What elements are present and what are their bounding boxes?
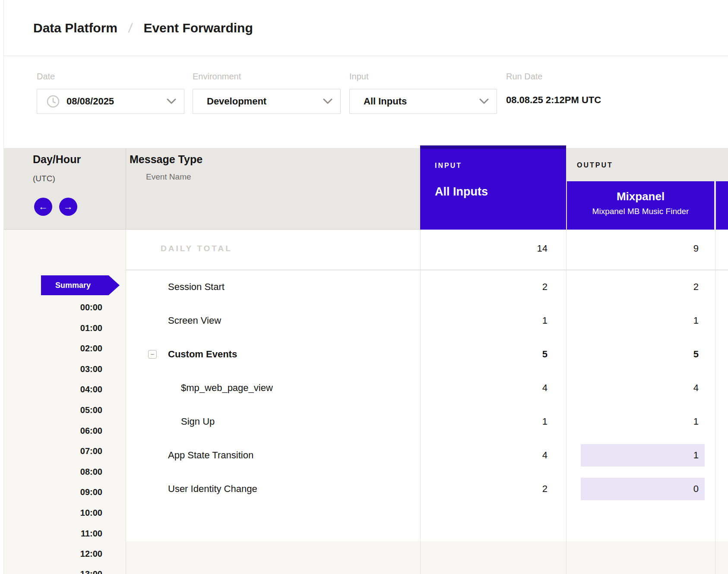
- input-count: 2: [421, 483, 548, 495]
- table-row: App State Transition 4 1: [126, 438, 728, 472]
- output-subtitle: Mixpanel MB Music Finder: [567, 207, 714, 216]
- input-header-accent: [420, 145, 566, 149]
- output-count: 5: [568, 349, 699, 360]
- output-count: 1: [568, 416, 699, 427]
- input-count: 1: [421, 315, 548, 326]
- grid-line: [566, 230, 567, 574]
- highlighted-output-cell: 1: [581, 444, 705, 467]
- chevron-down-icon: [167, 98, 176, 104]
- daily-total-label: DAILY TOTAL: [161, 244, 232, 253]
- table-row: Screen View 1 1: [126, 304, 728, 337]
- event-name: App State Transition: [168, 450, 253, 461]
- breadcrumb-separator: /: [128, 21, 133, 35]
- event-name: Sign Up: [181, 416, 215, 427]
- input-select[interactable]: All Inputs: [349, 89, 497, 114]
- hour-row[interactable]: 00:00: [3, 303, 102, 312]
- hour-row[interactable]: 02:00: [3, 344, 102, 353]
- hour-row[interactable]: 05:00: [3, 405, 102, 415]
- breadcrumb-section-link[interactable]: Data Platform: [33, 21, 117, 35]
- date-filter-label: Date: [37, 72, 55, 82]
- hour-row[interactable]: 11:00: [3, 529, 102, 539]
- hour-row[interactable]: 04:00: [3, 385, 102, 394]
- output-count: 2: [568, 281, 699, 293]
- input-value: All Inputs: [364, 96, 407, 107]
- column-divider: [126, 148, 126, 230]
- hour-row[interactable]: 12:00: [3, 549, 102, 559]
- table-footer-area: [126, 541, 728, 574]
- table-row: Session Start 2 2: [126, 270, 728, 304]
- page-title: Event Forwarding: [143, 21, 253, 35]
- chevron-down-icon: [323, 98, 332, 104]
- event-rows: Session Start 2 2 Screen View 1 1 − Cust…: [126, 270, 728, 541]
- event-name: $mp_web_page_view: [181, 382, 273, 394]
- hour-row[interactable]: 01:00: [3, 323, 102, 333]
- table-row: − Custom Events 5 5: [126, 337, 728, 371]
- input-count: 5: [421, 349, 548, 360]
- output-count: 1: [568, 315, 699, 326]
- daily-total-row: DAILY TOTAL 14 9: [126, 230, 728, 270]
- highlighted-output-cell: 0: [581, 478, 705, 500]
- summary-row-selector[interactable]: Summary: [41, 275, 120, 295]
- run-date-label: Run Date: [506, 72, 543, 82]
- message-type-column-subtitle: Event Name: [146, 172, 191, 182]
- output-column-header-mixpanel[interactable]: Mixpanel Mixpanel MB Music Finder: [567, 181, 714, 230]
- hour-row[interactable]: 08:00: [3, 467, 102, 477]
- table-row: $mp_web_page_view 4 4: [126, 371, 728, 405]
- event-name: Screen View: [168, 315, 221, 326]
- grid-line: [126, 230, 126, 574]
- output-count: 1: [693, 450, 699, 461]
- input-count: 1: [421, 416, 548, 427]
- grid-line: [715, 230, 715, 574]
- daily-total-output-value: 9: [568, 243, 699, 254]
- event-name: User Identity Change: [168, 483, 257, 495]
- hour-row[interactable]: 06:00: [3, 426, 102, 436]
- input-count: 4: [421, 382, 548, 394]
- table-row: Sign Up 1 1: [126, 405, 728, 438]
- grid-line: [420, 230, 421, 574]
- collapse-icon[interactable]: −: [148, 350, 157, 359]
- chevron-down-icon: [479, 98, 489, 104]
- output-name: Mixpanel: [567, 190, 714, 203]
- breadcrumb: Data Platform / Event Forwarding: [4, 0, 728, 56]
- event-name: Session Start: [168, 281, 225, 293]
- clock-icon: [47, 95, 60, 108]
- day-hour-column-subtitle: (UTC): [33, 174, 55, 183]
- input-header-value: All Inputs: [435, 185, 566, 199]
- message-type-column-title: Message Type: [130, 153, 203, 166]
- event-forwarding-page: Data Platform / Event Forwarding Date En…: [0, 0, 728, 574]
- input-column-header[interactable]: INPUT All Inputs: [420, 145, 566, 230]
- output-count: 4: [568, 382, 699, 394]
- hour-row[interactable]: 07:00: [3, 446, 102, 456]
- input-count: 4: [421, 450, 548, 461]
- input-filter-label: Input: [349, 72, 368, 82]
- table-row: User Identity Change 2 0: [126, 472, 728, 506]
- environment-value: Development: [207, 96, 266, 107]
- hour-row[interactable]: 09:00: [3, 487, 102, 497]
- output-section-label: OUTPUT: [577, 161, 613, 169]
- event-group-name: Custom Events: [168, 349, 237, 360]
- run-date-value: 08.08.25 2:12PM UTC: [506, 95, 601, 106]
- date-select[interactable]: 08/08/2025: [37, 89, 184, 114]
- date-value: 08/08/2025: [66, 96, 114, 107]
- next-day-button[interactable]: →: [59, 198, 77, 216]
- day-hour-column-title: Day/Hour: [33, 153, 81, 166]
- input-count: 2: [421, 281, 548, 293]
- environment-filter-label: Environment: [193, 72, 241, 82]
- prev-day-button[interactable]: ←: [34, 198, 52, 216]
- input-header-label: INPUT: [435, 149, 566, 170]
- output-count: 0: [693, 483, 699, 495]
- hour-row[interactable]: 03:00: [3, 364, 102, 374]
- environment-select[interactable]: Development: [193, 89, 341, 114]
- filter-bar: Date Environment Input Run Date 08/08/20…: [4, 57, 728, 148]
- daily-total-input-value: 14: [421, 243, 548, 254]
- output-column-header-next[interactable]: [716, 181, 728, 230]
- hour-row[interactable]: 13:00: [3, 569, 102, 574]
- hour-row[interactable]: 10:00: [3, 508, 102, 518]
